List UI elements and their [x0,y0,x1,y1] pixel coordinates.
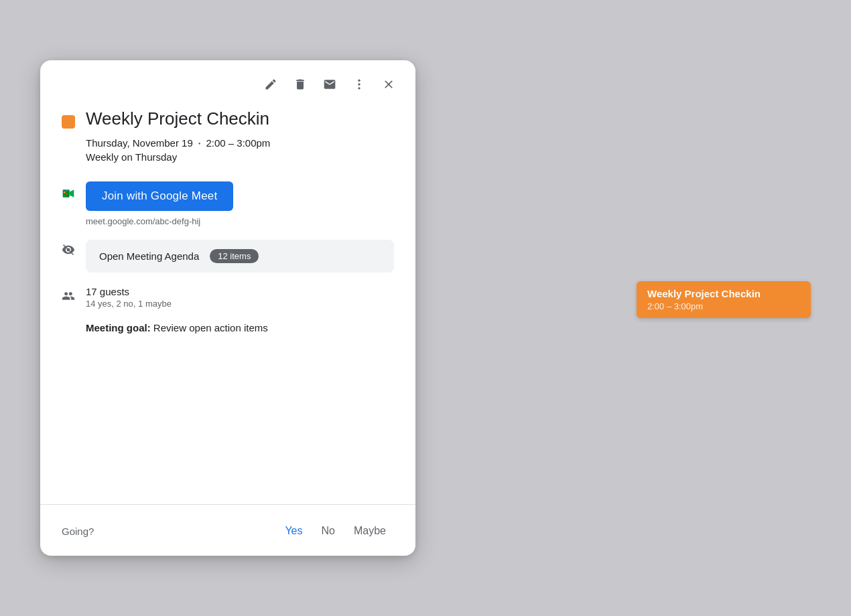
email-icon [323,78,336,91]
agenda-icon [62,242,75,257]
meet-section-body: Join with Google Meet meet.google.com/ab… [86,181,394,226]
svg-point-9 [64,195,66,197]
popup-toolbar [40,60,415,103]
agenda-badge: 12 items [210,249,259,263]
pencil-icon [264,78,277,91]
guests-section-icon [62,289,75,303]
join-meet-button[interactable]: Join with Google Meet [86,181,233,211]
guests-detail: 14 yes, 2 no, 1 maybe [86,299,394,309]
email-button[interactable] [316,71,343,98]
meeting-goal-text: Review open action items [153,322,268,333]
svg-point-2 [358,87,360,89]
rsvp-buttons: Yes No Maybe [277,520,394,542]
agenda-section-icon [62,242,75,257]
meet-link: meet.google.com/abc-defg-hij [86,216,394,226]
agenda-section-body: Open Meeting Agenda 12 items [86,240,394,273]
svg-point-1 [358,83,360,85]
meet-section: Join with Google Meet meet.google.com/ab… [62,181,394,226]
rsvp-yes-button[interactable]: Yes [277,520,310,542]
close-button[interactable] [375,71,402,98]
svg-point-0 [358,80,360,82]
trash-icon [293,78,307,91]
rsvp-no-button[interactable]: No [314,520,343,542]
google-meet-icon [62,184,75,203]
calendar-chip: Weekly Project Checkin 2:00 – 3:00pm [637,281,811,318]
dot-separator: ● [198,141,201,145]
agenda-button-label: Open Meeting Agenda [99,250,199,262]
going-label: Going? [62,526,94,537]
popup-content: Weekly Project Checkin Thursday, Novembe… [40,103,415,499]
delete-button[interactable] [287,71,314,98]
svg-point-7 [66,190,68,192]
guests-count: 17 guests [86,286,394,297]
meeting-goal-label: Meeting goal: [86,322,151,333]
svg-point-6 [64,191,66,194]
rsvp-maybe-button[interactable]: Maybe [346,520,394,542]
svg-marker-4 [70,189,74,198]
event-title: Weekly Project Checkin [86,108,269,129]
guests-section: 17 guests 14 yes, 2 no, 1 maybe [62,286,394,309]
guests-icon [62,289,75,303]
event-color-dot [62,115,75,129]
event-popup: Weekly Project Checkin Thursday, Novembe… [40,60,415,556]
event-recurrence: Weekly on Thursday [86,151,394,163]
event-header: Weekly Project Checkin [62,108,394,129]
meet-section-icon [62,184,75,203]
popup-footer: Going? Yes No Maybe [40,510,415,556]
more-options-button[interactable] [346,71,373,98]
open-agenda-button[interactable]: Open Meeting Agenda 12 items [86,240,394,273]
event-date-time: Thursday, November 19 ● 2:00 – 3:00pm [86,137,394,149]
edit-button[interactable] [257,71,284,98]
guests-section-body: 17 guests 14 yes, 2 no, 1 maybe [86,286,394,309]
chip-event-title: Weekly Project Checkin [647,288,800,299]
event-date: Thursday, November 19 [86,137,193,149]
event-meta: Thursday, November 19 ● 2:00 – 3:00pm We… [86,137,394,163]
meeting-goal: Meeting goal: Review open action items [86,322,394,333]
footer-divider [40,504,415,505]
agenda-section: Open Meeting Agenda 12 items [62,240,394,273]
chip-event-time: 2:00 – 3:00pm [647,301,800,311]
event-time: 2:00 – 3:00pm [206,137,270,149]
more-vert-icon [352,78,366,91]
svg-point-8 [66,194,68,196]
close-icon [382,78,395,91]
